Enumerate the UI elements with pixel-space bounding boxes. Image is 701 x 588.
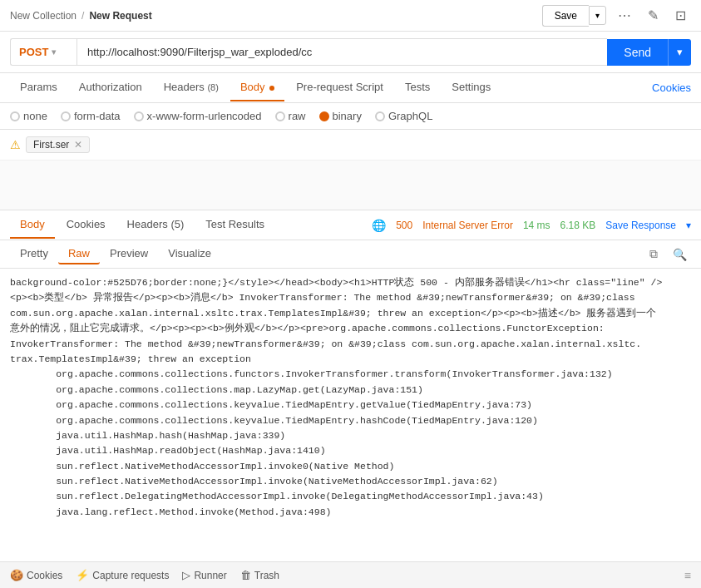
body-dot-indicator bbox=[269, 86, 274, 91]
bottom-bar-right-icon: ≡ bbox=[684, 569, 691, 582]
top-bar: New Collection / New Request Save ▾ ⋯ ✎ … bbox=[0, 0, 701, 32]
top-bar-actions: Save ▾ ⋯ ✎ ⊡ bbox=[542, 4, 691, 27]
response-body[interactable]: background-color:#525D76;border:none;}</… bbox=[0, 269, 701, 518]
tab-tests[interactable]: Tests bbox=[395, 74, 440, 101]
fmt-tab-preview[interactable]: Preview bbox=[100, 244, 158, 264]
collection-name: New Collection bbox=[10, 10, 77, 22]
radio-graphql-icon bbox=[375, 111, 385, 121]
body-type-selector: none form-data x-www-form-urlencoded raw… bbox=[0, 103, 701, 130]
body-type-urlencoded[interactable]: x-www-form-urlencoded bbox=[134, 110, 262, 122]
radio-none-icon bbox=[10, 111, 20, 121]
radio-urlencoded-icon bbox=[134, 111, 144, 121]
status-code: 500 bbox=[396, 220, 412, 231]
breadcrumb: New Collection / New Request bbox=[10, 10, 152, 22]
trash-icon: 🗑 bbox=[240, 569, 251, 581]
tab-settings[interactable]: Settings bbox=[442, 74, 501, 101]
radio-formdata-icon bbox=[61, 111, 71, 121]
url-bar: POST ▾ Send ▾ bbox=[0, 32, 701, 73]
body-spacer bbox=[0, 161, 701, 210]
copy-response-button[interactable]: ⧉ bbox=[645, 245, 662, 264]
save-response-chevron[interactable]: ▾ bbox=[686, 220, 691, 231]
format-tab-actions: ⧉ 🔍 bbox=[645, 245, 691, 264]
layout-icon-button[interactable]: ⊡ bbox=[670, 4, 691, 27]
resp-tab-headers[interactable]: Headers (5) bbox=[117, 211, 195, 239]
breadcrumb-separator: / bbox=[81, 10, 84, 22]
resp-tab-body[interactable]: Body bbox=[10, 211, 55, 239]
tab-params[interactable]: Params bbox=[10, 74, 67, 101]
more-options-button[interactable]: ⋯ bbox=[613, 4, 636, 27]
file-tag: First.ser ✕ bbox=[26, 136, 90, 153]
save-button[interactable]: Save bbox=[542, 5, 589, 27]
file-tag-row: ⚠ First.ser ✕ bbox=[0, 130, 701, 161]
runner-icon: ▷ bbox=[182, 569, 190, 581]
request-name: New Request bbox=[89, 10, 151, 22]
send-dropdown-button[interactable]: ▾ bbox=[668, 39, 691, 66]
format-tabs: Pretty Raw Preview Visualize ⧉ 🔍 bbox=[0, 240, 701, 269]
tab-prerequest[interactable]: Pre-request Script bbox=[286, 74, 393, 101]
resp-tab-cookies[interactable]: Cookies bbox=[57, 211, 116, 239]
status-text: Internal Server Error bbox=[422, 220, 513, 231]
radio-binary-icon bbox=[319, 111, 329, 121]
body-type-raw[interactable]: raw bbox=[275, 110, 306, 122]
edit-icon-button[interactable]: ✎ bbox=[643, 4, 664, 27]
fmt-tab-visualize[interactable]: Visualize bbox=[158, 244, 221, 264]
body-type-binary[interactable]: binary bbox=[319, 110, 362, 122]
send-button[interactable]: Send bbox=[607, 39, 668, 66]
capture-bottom-button[interactable]: ⚡ Capture requests bbox=[76, 569, 169, 581]
body-type-none[interactable]: none bbox=[10, 110, 47, 122]
capture-icon: ⚡ bbox=[76, 569, 89, 581]
runner-bottom-button[interactable]: ▷ Runner bbox=[182, 569, 226, 581]
file-tag-name: First.ser bbox=[33, 139, 69, 151]
cookies-bottom-icon: 🍪 bbox=[10, 569, 23, 581]
format-tabs-left: Pretty Raw Preview Visualize bbox=[10, 244, 221, 264]
save-response-button[interactable]: Save Response bbox=[605, 220, 676, 231]
tab-authorization[interactable]: Authorization bbox=[69, 74, 152, 101]
send-button-group: Send ▾ bbox=[607, 39, 691, 66]
bottom-bar: 🍪 Cookies ⚡ Capture requests ▷ Runner 🗑 … bbox=[0, 561, 701, 588]
body-type-graphql[interactable]: GraphQL bbox=[375, 110, 432, 122]
warning-icon: ⚠ bbox=[10, 138, 21, 151]
tab-headers[interactable]: Headers (8) bbox=[154, 74, 229, 101]
method-chevron-icon: ▾ bbox=[52, 47, 56, 57]
status-time: 14 ms bbox=[523, 220, 550, 231]
file-tag-close-button[interactable]: ✕ bbox=[74, 139, 82, 151]
fmt-tab-raw[interactable]: Raw bbox=[58, 244, 100, 264]
cookies-link[interactable]: Cookies bbox=[652, 82, 691, 94]
request-tabs: Params Authorization Headers (8) Body Pr… bbox=[0, 73, 701, 103]
cookies-bottom-button[interactable]: 🍪 Cookies bbox=[10, 569, 62, 581]
status-size: 6.18 KB bbox=[560, 220, 596, 231]
response-tabs: Body Cookies Headers (5) Test Results 🌐 … bbox=[0, 210, 701, 240]
response-status: 🌐 500 Internal Server Error 14 ms 6.18 K… bbox=[372, 219, 691, 232]
method-select[interactable]: POST ▾ bbox=[10, 38, 77, 66]
globe-icon: 🌐 bbox=[372, 219, 386, 232]
save-button-group: Save ▾ bbox=[542, 5, 606, 27]
url-input[interactable] bbox=[77, 38, 607, 66]
search-response-button[interactable]: 🔍 bbox=[669, 245, 691, 264]
save-dropdown-button[interactable]: ▾ bbox=[589, 6, 606, 25]
body-type-formdata[interactable]: form-data bbox=[61, 110, 121, 122]
trash-bottom-button[interactable]: 🗑 Trash bbox=[240, 569, 279, 581]
fmt-tab-pretty[interactable]: Pretty bbox=[10, 244, 58, 264]
radio-raw-icon bbox=[275, 111, 285, 121]
method-label: POST bbox=[19, 46, 48, 58]
tab-body[interactable]: Body bbox=[230, 74, 284, 101]
resp-tab-test-results[interactable]: Test Results bbox=[195, 211, 274, 239]
